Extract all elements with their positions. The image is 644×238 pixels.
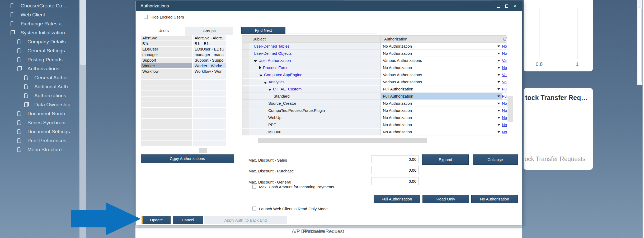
user-code-cell[interactable]: Worker — [141, 63, 192, 68]
user-name-cell[interactable]: manager - mana — [193, 52, 226, 57]
authorization-cell[interactable]: No Authorization — [380, 100, 502, 107]
dialog-titlebar[interactable]: Authorizations ✕ — [136, 1, 522, 11]
sidebar-item-menu-structure[interactable]: Menu Structure — [0, 145, 79, 154]
authorization-link[interactable]: No Authorization — [502, 65, 507, 70]
user-row-manager[interactable]: managermanager - mana — [141, 52, 226, 58]
authorization-link[interactable]: Various Authorizations — [502, 72, 507, 77]
row-selector-cell[interactable] — [242, 86, 249, 93]
user-name-cell[interactable]: EDsUser - EDsU — [193, 47, 226, 52]
subject-cell[interactable]: User-Defined Objects — [249, 50, 380, 57]
authorization-cell[interactable]: No Authorization — [380, 50, 502, 57]
authorization-cell[interactable]: No Authorization — [380, 107, 502, 114]
row-selector-cell[interactable] — [242, 79, 249, 85]
row-selector-cell[interactable] — [242, 57, 249, 64]
sidebar-item-additional-auth[interactable]: Additional Auth… — [0, 82, 79, 91]
max-discount-sales-input[interactable] — [372, 155, 419, 163]
sidebar-item-exchange-rates-a[interactable]: Exchange Rates a… — [0, 19, 79, 28]
user-row-b1i[interactable]: B1iB1i - B1i — [141, 41, 226, 47]
user-code-cell[interactable]: Support — [141, 58, 192, 63]
authorization-link[interactable]: No Authorization — [502, 122, 507, 127]
authorization-cell[interactable]: Full Authorization — [380, 93, 502, 100]
row-selector-cell[interactable] — [242, 93, 249, 100]
tree-hscrollbar-thumb[interactable] — [258, 138, 427, 143]
dropdown-arrow-icon[interactable] — [497, 81, 500, 83]
dropdown-arrow-icon[interactable] — [497, 131, 500, 133]
subject-text[interactable]: Computec AppEngine — [264, 72, 302, 77]
dropdown-arrow-icon[interactable] — [497, 45, 500, 47]
subject-text[interactable]: Analytics — [269, 80, 284, 84]
collapse-node-icon[interactable] — [254, 60, 257, 62]
authorization-cell[interactable]: No Authorization — [380, 114, 502, 121]
row-selector-cell[interactable] — [242, 121, 249, 128]
subject-text[interactable]: User-Defined Objects — [254, 51, 292, 56]
authorization-link[interactable]: No Authorization — [502, 130, 507, 134]
collapse-node-icon[interactable] — [268, 89, 271, 91]
subject-cell[interactable]: CT_AE_Custom — [249, 86, 380, 93]
authorization-cell[interactable]: Various Authorizations — [380, 79, 502, 85]
sidebar-item-series-synchroni[interactable]: Series Synchroni… — [0, 118, 79, 127]
authorization-link[interactable]: No Authorization — [502, 108, 507, 113]
user-code-cell[interactable]: AlertSvc — [141, 35, 192, 41]
row-selector-cell[interactable] — [242, 100, 249, 107]
row-selector-cell[interactable] — [242, 64, 249, 71]
authorization-cell[interactable]: Various Authorizations — [380, 57, 502, 64]
subject-cell[interactable]: Standard — [249, 93, 380, 100]
subject-cell[interactable]: WebUp — [249, 114, 380, 121]
sidebar-item-web-client[interactable]: Web Client — [0, 10, 79, 19]
authorization-link[interactable]: No Authorization — [502, 101, 507, 106]
cancel-button[interactable]: Cancel — [173, 216, 203, 224]
sidebar-item-company-details[interactable]: Company Details — [0, 37, 79, 46]
subject-text[interactable]: Process Force — [263, 65, 289, 70]
authorization-cell[interactable]: Full Authorization — [380, 86, 502, 93]
dropdown-arrow-icon[interactable] — [497, 95, 500, 97]
minimize-icon[interactable] — [495, 3, 502, 10]
user-name-cell[interactable]: Workflow - Worl — [193, 69, 226, 74]
web-client-readonly-checkbox[interactable] — [252, 207, 256, 210]
authorization-cell[interactable]: No Authorization — [380, 121, 502, 128]
subject-cell[interactable]: User Authorization — [249, 57, 380, 64]
page-scrollbar-thumb[interactable] — [638, 7, 642, 83]
authorization-cell[interactable]: Various Authorizations — [380, 71, 502, 78]
subject-cell[interactable]: MO360 — [249, 129, 380, 135]
update-button[interactable]: Update — [142, 216, 171, 224]
authorization-link-cell[interactable]: Various Authorizations — [502, 57, 507, 64]
sidebar-item-general-settings[interactable]: General Settings — [0, 46, 79, 55]
authorization-link-cell[interactable]: Full Authorization — [502, 86, 507, 93]
authorization-link[interactable]: Various Authorizations — [502, 80, 507, 84]
row-selector-cell[interactable] — [242, 114, 249, 121]
dropdown-arrow-icon[interactable] — [497, 110, 500, 112]
read-only-button[interactable]: Read Only — [422, 195, 469, 203]
dropdown-arrow-icon[interactable] — [497, 88, 500, 90]
subject-cell[interactable]: CompuTec.ProcessForce.Plugin — [249, 107, 380, 114]
authorization-link-cell[interactable]: No Authorization — [502, 100, 507, 107]
authorization-link-cell[interactable]: No Authorization — [502, 50, 507, 57]
apply-auth-back-end-button[interactable]: Apply Auth. to Back End — [204, 216, 287, 224]
dropdown-arrow-icon[interactable] — [497, 103, 500, 104]
expand-button[interactable]: Expand — [422, 154, 469, 165]
page-scrollbar[interactable] — [637, 0, 642, 85]
full-authorization-button[interactable]: Full Authorization — [374, 195, 420, 203]
sidebar-item-choose-create-co[interactable]: Choose/Create Co… — [0, 1, 79, 10]
row-selector-cell[interactable] — [242, 50, 249, 57]
subject-cell[interactable]: Analytics — [249, 79, 380, 85]
close-icon[interactable]: ✕ — [512, 3, 518, 10]
authorization-link-cell[interactable]: No Authorization — [502, 121, 507, 128]
dropdown-arrow-icon[interactable] — [497, 124, 500, 126]
row-selector-cell[interactable] — [242, 43, 249, 50]
authorization-link-cell[interactable]: No Authorization — [502, 43, 507, 50]
collapse-button[interactable]: Collapse — [473, 154, 518, 165]
no-authorization-button[interactable]: No Authorization — [471, 195, 518, 203]
expand-node-icon[interactable] — [259, 66, 261, 69]
authorization-link-cell[interactable]: No Authorization — [502, 64, 507, 71]
sidebar-item-document-numb[interactable]: Document Numb… — [0, 109, 79, 118]
user-name-cell[interactable]: AlertSvc - AlertS — [193, 35, 226, 41]
hide-locked-users-checkbox[interactable] — [144, 15, 148, 19]
subject-cell[interactable]: Process Force — [249, 64, 380, 71]
authorization-link-cell[interactable]: No Authorization — [502, 107, 507, 114]
maximize-icon[interactable] — [504, 3, 510, 10]
user-row-support[interactable]: SupportSupport - Suppo — [141, 58, 226, 63]
authorization-link-cell[interactable]: No Authorization — [502, 114, 507, 121]
user-row-alertsvc[interactable]: AlertSvcAlertSvc - AlertS — [141, 35, 226, 41]
copy-authorizations-button[interactable]: Copy Authorizations — [141, 154, 234, 163]
user-code-cell[interactable]: manager — [141, 52, 192, 57]
